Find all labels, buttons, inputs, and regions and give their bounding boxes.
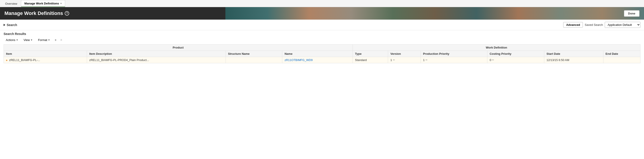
col-structure-name: Structure Name [226, 51, 282, 57]
view-button[interactable]: View ▼ [22, 37, 35, 42]
col-name: Name [282, 51, 353, 57]
advanced-button[interactable]: Advanced [563, 22, 583, 28]
page-header: Manage Work Definitions ? Done [0, 7, 644, 20]
col-start-date: Start Date [544, 51, 603, 57]
col-production-priority: Production Priority [421, 51, 487, 57]
cell-end-date [603, 57, 640, 63]
cell-start-date: 12/13/15 6:50 AM [544, 57, 603, 63]
actions-button[interactable]: Actions ▼ [4, 37, 20, 42]
saved-search-label: Saved Search [585, 23, 603, 26]
toolbar: Actions ▼ View ▼ Format ▼ + × [4, 37, 640, 42]
cell-item-description: zREL11_BIAMFG-PL-PROD4_Plain Product... [87, 57, 226, 63]
format-button[interactable]: Format ▼ [36, 37, 52, 42]
cell-name[interactable]: zR11OTBIMFG_WD9 [282, 57, 353, 63]
help-icon[interactable]: ? [65, 11, 69, 15]
format-dropdown-icon: ▼ [48, 39, 50, 41]
header-banner-decoration [226, 7, 644, 20]
col-end-date: End Date [603, 51, 640, 57]
col-costing-priority: Costing Priority [487, 51, 544, 57]
cell-type: Standard [352, 57, 388, 63]
col-version: Version [388, 51, 421, 57]
saved-search-select[interactable]: Application Default [605, 22, 640, 28]
cell-item: zREL11_BIAMFG-PL-... [4, 57, 87, 63]
search-toggle[interactable]: Search [4, 23, 17, 27]
results-title: Search Results [4, 32, 640, 36]
view-dropdown-icon: ▼ [30, 39, 33, 41]
cell-production-priority: 1 ✏ [421, 57, 487, 63]
cell-structure-name [226, 57, 282, 63]
col-item-description: Item Description [87, 51, 226, 57]
tab-bar: Overview Manage Work Definitions × [0, 0, 644, 7]
search-area: Search Advanced Saved Search Application… [0, 20, 644, 30]
done-button[interactable]: Done [624, 10, 640, 17]
remove-icon[interactable]: × [59, 38, 64, 42]
tab-close-icon[interactable]: × [60, 2, 62, 5]
cell-costing-priority: 0 ✏ [487, 57, 544, 63]
row-indicator [6, 60, 7, 61]
work-definition-group-header: Work Definition [352, 44, 640, 51]
costing-priority-edit-icon[interactable]: ✏ [492, 59, 494, 61]
col-item: Item [4, 51, 87, 57]
cell-version: 1 ✏ [388, 57, 421, 63]
production-priority-edit-icon[interactable]: ✏ [426, 59, 428, 61]
search-controls: Advanced Saved Search Application Defaul… [563, 22, 640, 28]
results-area: Search Results Actions ▼ View ▼ Format ▼… [0, 30, 644, 63]
expand-icon [4, 24, 5, 26]
work-definition-link[interactable]: zR11OTBIMFG_WD9 [284, 58, 313, 62]
page-title: Manage Work Definitions ? [4, 10, 69, 16]
actions-dropdown-icon: ▼ [16, 39, 18, 41]
product-group-header: Product [4, 44, 353, 51]
version-edit-icon[interactable]: ✏ [393, 59, 395, 61]
col-type: Type [352, 51, 388, 57]
tab-overview[interactable]: Overview [2, 0, 20, 7]
results-table: Product Work Definition Item Item Descri… [4, 44, 640, 63]
add-icon[interactable]: + [53, 38, 58, 42]
table-row: zREL11_BIAMFG-PL-... zREL11_BIAMFG-PL-PR… [4, 57, 640, 63]
tab-manage-work-definitions[interactable]: Manage Work Definitions × [21, 0, 65, 7]
